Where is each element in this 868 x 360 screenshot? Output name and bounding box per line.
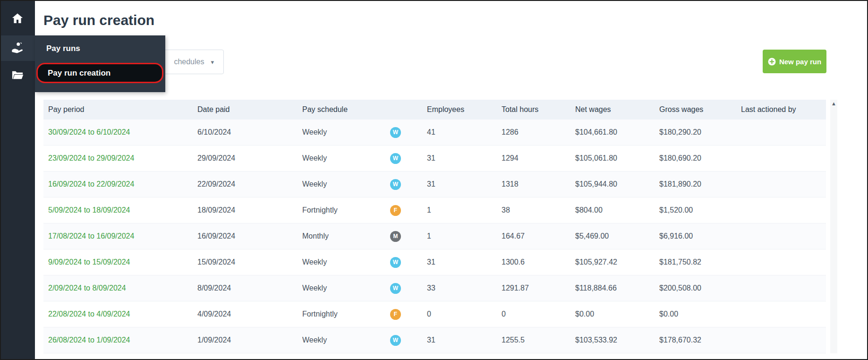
gross-wages-cell: $181,750.82: [659, 258, 741, 266]
pay-schedule-cell: Weekly: [302, 336, 390, 344]
total-hours-cell: 1286: [502, 128, 575, 137]
net-wages-cell: $5,469.00: [575, 232, 659, 240]
table-header-row: Pay period Date paid Pay schedule Employ…: [43, 100, 826, 120]
pay-period-link[interactable]: 22/08/2024 to 4/09/2024: [48, 310, 130, 318]
header-pay-period: Pay period: [48, 105, 197, 114]
pay-schedule-cell: Fortnightly: [302, 310, 390, 318]
plus-circle-icon: [768, 58, 776, 66]
total-hours-cell: 1294: [502, 154, 575, 163]
folder-icon: [11, 69, 24, 84]
flyout-item-pay-runs[interactable]: Pay runs: [35, 35, 165, 62]
employees-cell: 41: [427, 128, 502, 137]
sidebar-item-home[interactable]: [0, 7, 35, 32]
date-paid-cell: 22/09/2024: [197, 180, 302, 189]
total-hours-cell: 0: [502, 310, 575, 318]
flyout-item-label: Pay runs: [46, 44, 80, 53]
pay-schedule-badge-icon: F: [390, 205, 401, 216]
home-icon: [11, 12, 24, 27]
gross-wages-cell: $181,890.20: [659, 180, 741, 189]
net-wages-cell: $118,884.66: [575, 284, 659, 292]
total-hours-cell: 1300.6: [502, 258, 575, 266]
header-net-wages: Net wages: [575, 105, 659, 114]
net-wages-cell: $103,533.92: [575, 336, 659, 344]
pay-schedule-cell: Monthly: [302, 232, 390, 240]
pay-period-link[interactable]: 23/09/2024 to 29/09/2024: [48, 154, 134, 162]
net-wages-cell: $105,061.80: [575, 154, 659, 163]
net-wages-cell: $0.00: [575, 310, 659, 318]
gross-wages-cell: $1,520.00: [659, 206, 741, 214]
pay-schedule-cell: Fortnightly: [302, 206, 390, 214]
gross-wages-cell: $178,670.32: [659, 336, 741, 344]
pay-period-link[interactable]: 30/09/2024 to 6/10/2024: [48, 128, 130, 136]
net-wages-cell: $104,661.80: [575, 128, 659, 137]
total-hours-cell: 1255.5: [502, 336, 575, 344]
sidebar-item-folder[interactable]: [0, 63, 35, 89]
date-paid-cell: 8/09/2024: [197, 284, 302, 292]
total-hours-cell: 1318: [502, 180, 575, 189]
pay-schedule-badge-icon: M: [390, 231, 401, 242]
date-paid-cell: 4/09/2024: [197, 310, 302, 318]
employees-cell: 31: [427, 180, 502, 189]
table-row: 16/09/2024 to 22/09/2024 22/09/2024 Week…: [43, 171, 826, 197]
net-wages-cell: $105,927.42: [575, 258, 659, 266]
table-row: 26/08/2024 to 1/09/2024 1/09/2024 Weekly…: [43, 327, 826, 353]
flyout-item-label: Pay run creation: [48, 69, 111, 78]
table-scrollbar[interactable]: ▲: [830, 100, 837, 353]
pay-period-link[interactable]: 26/08/2024 to 1/09/2024: [48, 336, 130, 344]
scroll-up-icon[interactable]: ▲: [830, 100, 837, 107]
pay-schedule-badge-icon: W: [390, 179, 401, 190]
gross-wages-cell: $6,916.00: [659, 232, 741, 240]
chevron-down-icon: ▾: [211, 59, 214, 66]
page-title: Pay run creation: [43, 12, 154, 28]
table-row: 17/08/2024 to 16/09/2024 16/09/2024 Mont…: [43, 223, 826, 249]
table-row: 5/09/2024 to 18/09/2024 18/09/2024 Fortn…: [43, 197, 826, 223]
table-row: 30/09/2024 to 6/10/2024 6/10/2024 Weekly…: [43, 120, 826, 146]
pay-runs-table: Pay period Date paid Pay schedule Employ…: [43, 100, 826, 353]
gross-wages-cell: $0.00: [659, 310, 741, 318]
date-paid-cell: 1/09/2024: [197, 336, 302, 344]
pay-schedule-badge-icon: W: [390, 257, 401, 268]
flyout-item-pay-run-creation[interactable]: Pay run creation: [36, 63, 163, 83]
employees-cell: 0: [427, 310, 502, 318]
date-paid-cell: 15/09/2024: [197, 258, 302, 266]
sidebar-item-pay-runs[interactable]: [0, 35, 35, 61]
table-row: 23/09/2024 to 29/09/2024 29/09/2024 Week…: [43, 146, 826, 171]
employees-cell: 31: [427, 336, 502, 344]
pay-schedule-cell: Weekly: [302, 154, 390, 163]
table-row: 2/09/2024 to 8/09/2024 8/09/2024 Weekly …: [43, 275, 826, 301]
header-gross-wages: Gross wages: [659, 105, 741, 114]
employees-cell: 31: [427, 154, 502, 163]
employees-cell: 31: [427, 258, 502, 266]
pay-runs-icon: [11, 41, 24, 56]
gross-wages-cell: $180,290.20: [659, 128, 741, 137]
new-pay-run-label: New pay run: [779, 58, 821, 66]
table-row: 22/08/2024 to 4/09/2024 4/09/2024 Fortni…: [43, 301, 826, 327]
pay-period-link[interactable]: 9/09/2024 to 15/09/2024: [48, 258, 130, 266]
header-date-paid: Date paid: [197, 105, 302, 114]
new-pay-run-button[interactable]: New pay run: [763, 50, 826, 73]
employees-cell: 1: [427, 206, 502, 214]
pay-schedule-badge-icon: W: [390, 335, 401, 346]
header-total-hours: Total hours: [502, 105, 575, 114]
net-wages-cell: $804.00: [575, 206, 659, 214]
pay-period-link[interactable]: 2/09/2024 to 8/09/2024: [48, 284, 126, 292]
total-hours-cell: 164.67: [502, 232, 575, 240]
employees-cell: 1: [427, 232, 502, 240]
date-paid-cell: 6/10/2024: [197, 128, 302, 137]
pay-period-link[interactable]: 5/09/2024 to 18/09/2024: [48, 206, 130, 214]
total-hours-cell: 1291.87: [502, 284, 575, 292]
gross-wages-cell: $180,690.20: [659, 154, 741, 163]
pay-period-link[interactable]: 16/09/2024 to 22/09/2024: [48, 180, 134, 188]
total-hours-cell: 38: [502, 206, 575, 214]
sidebar: [0, 0, 35, 360]
pay-runs-flyout-menu: Pay runs Pay run creation: [35, 35, 165, 92]
pay-schedule-filter-value: chedules: [174, 58, 204, 66]
gross-wages-cell: $200,508.00: [659, 284, 741, 292]
pay-period-link[interactable]: 17/08/2024 to 16/09/2024: [48, 232, 134, 240]
pay-schedule-badge-icon: F: [390, 309, 401, 320]
pay-schedule-cell: Weekly: [302, 258, 390, 266]
employees-cell: 33: [427, 284, 502, 292]
pay-schedule-cell: Weekly: [302, 284, 390, 292]
header-last-actioned-by: Last actioned by: [741, 105, 826, 114]
net-wages-cell: $105,944.80: [575, 180, 659, 189]
